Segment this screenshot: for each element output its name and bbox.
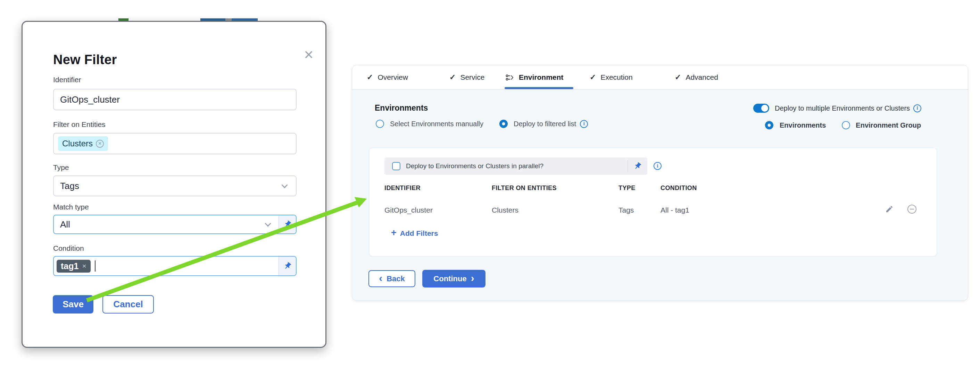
- remove-button[interactable]: [907, 204, 917, 214]
- identifier-value: GitOps_cluster: [54, 94, 120, 105]
- pencil-icon: [885, 205, 894, 213]
- back-button[interactable]: ‹ Back: [369, 270, 415, 287]
- tab-environment[interactable]: Environment: [505, 65, 563, 89]
- col-filter-on-entities: FILTER ON ENTITIES: [492, 185, 557, 192]
- tab-label: Service: [460, 73, 484, 81]
- type-select[interactable]: Tags: [53, 176, 297, 196]
- pin-icon: [282, 260, 293, 272]
- environment-selection-radios: Select Environments manually Deploy to f…: [376, 120, 588, 128]
- tab-overview[interactable]: ✓ Overview: [367, 65, 408, 89]
- info-icon[interactable]: i: [654, 162, 662, 170]
- parallel-label: Deploy to Environments or Clusters in pa…: [406, 162, 544, 170]
- toggle-label: Deploy to multiple Environments or Clust…: [775, 105, 910, 112]
- environments-heading: Environments: [375, 103, 428, 113]
- col-condition: CONDITION: [660, 185, 697, 192]
- add-filters-link[interactable]: + Add Filters: [391, 228, 438, 238]
- tab-execution[interactable]: ✓ Execution: [590, 65, 633, 89]
- cell-condition: All - tag1: [660, 206, 689, 214]
- radio-label: Environment Group: [856, 121, 921, 129]
- col-identifier: IDENTIFIER: [385, 185, 420, 192]
- type-value: Tags: [54, 181, 79, 192]
- match-type-label: Match type: [53, 203, 89, 211]
- environment-tab-icon: [505, 73, 514, 82]
- text-cursor: [95, 260, 95, 272]
- deploy-multiple-toggle[interactable]: [753, 104, 769, 113]
- chevron-down-icon: [281, 182, 288, 188]
- new-filter-modal: × New Filter Identifier GitOps_cluster F…: [22, 21, 326, 348]
- plus-icon: +: [391, 228, 396, 238]
- pin-button[interactable]: [628, 162, 648, 170]
- filters-card: Deploy to Environments or Clusters in pa…: [369, 148, 937, 256]
- tag1-chip[interactable]: tag1 ×: [57, 260, 91, 272]
- environment-stage-panel: ✓ Overview ✓ Service Environment ✓ Execu…: [352, 65, 968, 301]
- filter-on-entities-label: Filter on Entities: [53, 120, 105, 129]
- modal-title: New Filter: [53, 52, 117, 67]
- info-icon[interactable]: i: [580, 120, 588, 128]
- radio-label: Deploy to filtered list: [514, 120, 576, 128]
- parallel-checkbox-bar: Deploy to Environments or Clusters in pa…: [385, 157, 648, 175]
- clusters-chip[interactable]: Clusters ×: [58, 136, 108, 151]
- continue-label: Continue: [433, 274, 466, 283]
- stage-tab-bar: ✓ Overview ✓ Service Environment ✓ Execu…: [352, 65, 968, 89]
- check-icon: ✓: [449, 73, 456, 82]
- parallel-checkbox[interactable]: [392, 162, 400, 170]
- cell-filter-on-entities: Clusters: [492, 206, 519, 214]
- edit-button[interactable]: [885, 204, 894, 214]
- tab-label: Overview: [377, 73, 408, 81]
- cell-type: Tags: [619, 206, 634, 214]
- radio-label: Select Environments manually: [390, 120, 484, 128]
- info-icon[interactable]: i: [913, 105, 921, 112]
- tag-remove-icon[interactable]: ×: [82, 262, 86, 270]
- check-icon: ✓: [675, 73, 681, 82]
- radio-label: Environments: [780, 121, 826, 129]
- save-button[interactable]: Save: [53, 295, 94, 314]
- identifier-label: Identifier: [53, 76, 81, 84]
- clusters-chip-label: Clusters: [62, 139, 93, 149]
- pin-button[interactable]: [278, 215, 296, 233]
- radio-deploy-filtered[interactable]: [500, 120, 508, 128]
- col-type: TYPE: [619, 185, 635, 192]
- match-type-select[interactable]: All: [53, 215, 297, 234]
- type-label: Type: [53, 163, 69, 172]
- chip-remove-icon[interactable]: ×: [96, 140, 104, 148]
- radio-select-manually[interactable]: [376, 120, 384, 128]
- condition-input[interactable]: tag1 ×: [53, 256, 297, 276]
- pin-icon: [632, 160, 643, 172]
- tag1-chip-label: tag1: [61, 261, 78, 271]
- match-type-value: All: [54, 219, 70, 230]
- continue-button[interactable]: Continue ›: [422, 270, 485, 288]
- minus-circle-icon: [907, 204, 916, 214]
- add-filters-label: Add Filters: [400, 229, 438, 238]
- tab-label: Execution: [600, 73, 632, 81]
- chevron-down-icon: [265, 220, 271, 226]
- check-icon: ✓: [367, 73, 373, 82]
- pin-button[interactable]: [278, 257, 296, 276]
- active-tab-underline: [504, 87, 573, 89]
- close-icon[interactable]: ×: [299, 45, 318, 64]
- identifier-input[interactable]: GitOps_cluster: [53, 89, 297, 110]
- multi-env-toggle-row: Deploy to multiple Environments or Clust…: [753, 104, 921, 113]
- tab-label: Advanced: [686, 73, 718, 81]
- tab-advanced[interactable]: ✓ Advanced: [675, 65, 718, 89]
- check-icon: ✓: [590, 73, 596, 82]
- screenshot-canvas: × New Filter Identifier GitOps_cluster F…: [0, 0, 980, 369]
- condition-label: Condition: [53, 244, 84, 252]
- tab-service[interactable]: ✓ Service: [449, 65, 484, 89]
- env-group-radio-row: Environments Environment Group: [765, 121, 921, 129]
- pin-icon: [282, 219, 293, 230]
- radio-environments[interactable]: [765, 121, 773, 129]
- radio-environment-group[interactable]: [842, 121, 850, 129]
- back-label: Back: [387, 274, 405, 283]
- cell-identifier: GitOps_cluster: [385, 206, 433, 214]
- cancel-button[interactable]: Cancel: [102, 295, 154, 314]
- tab-label: Environment: [519, 73, 563, 81]
- filter-on-entities-input[interactable]: Clusters ×: [53, 133, 297, 154]
